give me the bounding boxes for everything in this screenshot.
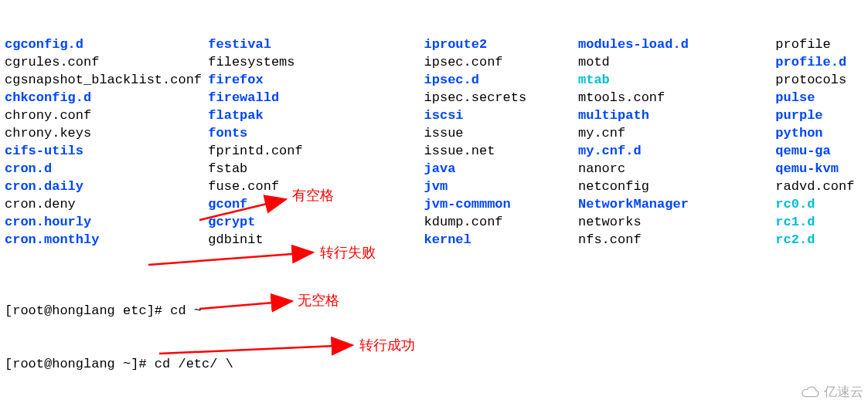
file-entry: pulse	[775, 89, 868, 107]
file-entry: motd	[578, 53, 775, 71]
file-entry: kernel	[424, 231, 578, 249]
file-entry: modules-load.d	[578, 36, 775, 53]
file-entry: filesystems	[208, 53, 424, 71]
file-entry: mtools.conf	[578, 89, 775, 107]
ls-listing: cgconfig.dcgrules.confcgsnapshot_blackli…	[5, 36, 868, 249]
prompt-line-2: [root@honglang ~]# cd /etc/ \	[5, 355, 868, 373]
file-entry: qemu-ga	[775, 142, 868, 160]
file-entry: gdbinit	[208, 231, 424, 249]
file-entry: jvm-commmon	[424, 195, 578, 213]
annotation-wrap-fail: 转行失败	[320, 244, 376, 262]
file-entry: rc0.d	[775, 195, 868, 213]
listing-col-5: profileprofile.dprotocolspulsepurplepyth…	[775, 36, 868, 249]
file-entry: flatpak	[208, 107, 424, 124]
file-entry: purple	[775, 107, 868, 124]
file-entry: multipath	[578, 107, 775, 124]
cloud-icon	[801, 385, 821, 399]
file-entry: cron.hourly	[5, 213, 208, 231]
listing-col-3: iproute2ipsec.confipsec.dipsec.secretsis…	[424, 36, 578, 249]
terminal-output: cgconfig.dcgrules.confcgsnapshot_blackli…	[5, 0, 868, 403]
file-entry: iproute2	[424, 36, 578, 53]
file-entry: profile.d	[775, 53, 868, 71]
file-entry: ipsec.secrets	[424, 89, 578, 107]
listing-col-4: modules-load.dmotdmtabmtools.confmultipa…	[578, 36, 775, 249]
file-entry: cgsnapshot_blacklist.conf	[5, 71, 208, 89]
file-entry: chrony.conf	[5, 107, 208, 124]
file-entry: chkconfig.d	[5, 89, 208, 107]
file-entry: issue	[424, 124, 578, 142]
file-entry: netconfig	[578, 178, 775, 195]
file-entry: radvd.conf	[775, 178, 868, 195]
file-entry: cgconfig.d	[5, 36, 208, 53]
file-entry: my.cnf	[578, 124, 775, 142]
file-entry: cgrules.conf	[5, 53, 208, 71]
file-entry: ipsec.conf	[424, 53, 578, 71]
file-entry: firefox	[208, 71, 424, 89]
file-entry: java	[424, 160, 578, 178]
file-entry: ipsec.d	[424, 71, 578, 89]
file-entry: fstab	[208, 160, 424, 178]
file-entry: cron.daily	[5, 178, 208, 195]
annotation-wrap-ok: 转行成功	[359, 337, 415, 354]
file-entry: NetworkManager	[578, 195, 775, 213]
file-entry: rc1.d	[775, 213, 868, 231]
watermark: 亿速云	[801, 383, 863, 401]
file-entry: chrony.keys	[5, 124, 208, 142]
file-entry: protocols	[775, 71, 868, 89]
file-entry: jvm	[424, 178, 578, 195]
listing-col-2: festivalfilesystemsfirefoxfirewalldflatp…	[208, 36, 424, 249]
file-entry: kdump.conf	[424, 213, 578, 231]
file-entry: mtab	[578, 71, 775, 89]
file-entry: gcrypt	[208, 213, 424, 231]
file-entry: rc2.d	[775, 231, 868, 249]
file-entry: fprintd.conf	[208, 142, 424, 160]
file-entry: festival	[208, 36, 424, 53]
file-entry: python	[775, 124, 868, 142]
annotation-no-space: 无空格	[298, 292, 339, 310]
file-entry: cron.monthly	[5, 231, 208, 249]
listing-col-1: cgconfig.dcgrules.confcgsnapshot_blackli…	[5, 36, 208, 249]
file-entry: fonts	[208, 124, 424, 142]
file-entry: nanorc	[578, 160, 775, 178]
file-entry: issue.net	[424, 142, 578, 160]
file-entry: iscsi	[424, 107, 578, 124]
annotation-has-space: 有空格	[292, 187, 334, 205]
file-entry: cifs-utils	[5, 142, 208, 160]
file-entry: cron.deny	[5, 195, 208, 213]
file-entry: firewalld	[208, 89, 424, 107]
prompt-line-1: [root@honglang etc]# cd ~	[5, 302, 868, 320]
file-entry: cron.d	[5, 160, 208, 178]
file-entry: my.cnf.d	[578, 142, 775, 160]
file-entry: qemu-kvm	[775, 160, 868, 178]
file-entry: profile	[775, 36, 868, 53]
file-entry: networks	[578, 213, 775, 231]
file-entry: nfs.conf	[578, 231, 775, 249]
